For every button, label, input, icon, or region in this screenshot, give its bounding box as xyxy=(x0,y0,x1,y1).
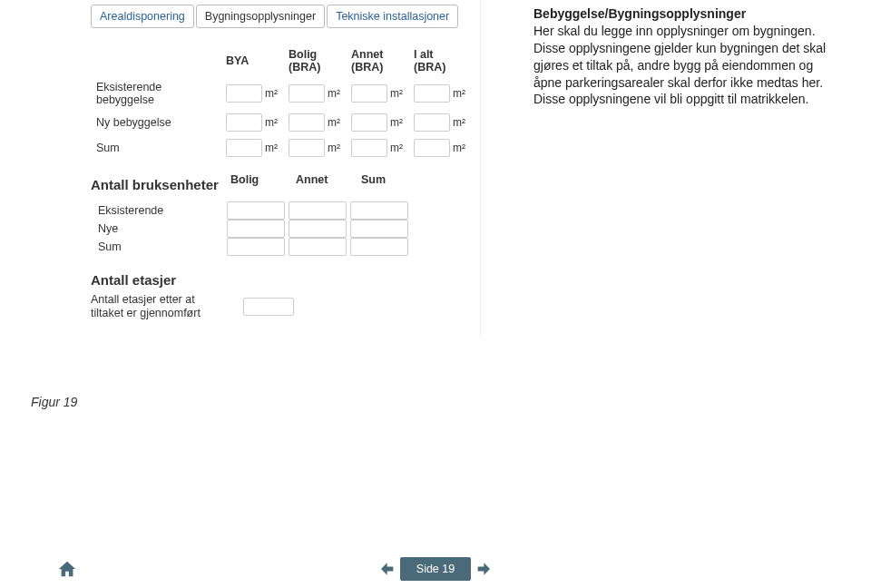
next-page-button[interactable] xyxy=(471,555,500,583)
bruks-col-bolig: Bolig xyxy=(230,173,292,186)
info-body: Her skal du legge inn opplysninger om by… xyxy=(533,23,842,108)
unit-label: m² xyxy=(453,87,465,100)
unit-label: m² xyxy=(265,87,278,100)
bruks-input[interactable] xyxy=(227,238,285,256)
areal-input[interactable] xyxy=(226,113,262,132)
areal-input[interactable] xyxy=(414,139,450,157)
table-row: Nye xyxy=(91,220,471,238)
footer-nav: Side 19 xyxy=(0,555,871,583)
areal-col-bya: BYA xyxy=(220,44,283,77)
bruks-row-label: Eksisterende xyxy=(91,201,227,220)
areal-input[interactable] xyxy=(226,139,262,157)
areal-input[interactable] xyxy=(289,139,325,157)
areal-input[interactable] xyxy=(351,139,387,157)
prev-page-button[interactable] xyxy=(371,555,400,583)
tab-tekniske-installasjoner[interactable]: Tekniske installasjoner xyxy=(327,5,458,28)
bruksenheter-title: Antall bruksenheter xyxy=(91,177,227,192)
bruks-col-annet: Annet xyxy=(296,173,357,186)
bruks-input[interactable] xyxy=(350,201,408,220)
unit-label: m² xyxy=(265,116,278,129)
unit-label: m² xyxy=(390,142,403,154)
areal-input[interactable] xyxy=(351,84,387,103)
bruks-row-label: Nye xyxy=(91,220,227,238)
areal-row-label: Ny bebyggelse xyxy=(91,110,220,135)
etasjer-label: Antall etasjer etter at tiltaket er gjen… xyxy=(91,293,227,320)
info-title: Bebyggelse/Bygningsopplysninger xyxy=(533,5,842,23)
table-row: Eksisterende xyxy=(91,201,471,220)
unit-label: m² xyxy=(390,87,403,100)
areal-input[interactable] xyxy=(289,113,325,132)
bruks-col-sum: Sum xyxy=(361,173,423,186)
areal-row-label: Sum xyxy=(91,135,220,161)
form-panel: Arealdisponering Bygningsopplysninger Te… xyxy=(82,0,481,338)
table-row: Ny bebyggelse m² m² m² m² xyxy=(91,110,471,135)
tab-arealdisponering[interactable]: Arealdisponering xyxy=(91,5,194,28)
etasjer-row: Antall etasjer etter at tiltaket er gjen… xyxy=(91,293,471,320)
bruks-input[interactable] xyxy=(289,238,347,256)
bruks-input[interactable] xyxy=(289,220,347,238)
figure-caption: Figur 19 xyxy=(31,395,77,409)
bruks-input[interactable] xyxy=(227,201,285,220)
etasjer-title: Antall etasjer xyxy=(91,272,471,288)
unit-label: m² xyxy=(390,116,403,129)
areal-col-annet-bra: Annet (BRA) xyxy=(346,44,408,77)
bruks-row-label: Sum xyxy=(91,238,227,256)
unit-label: m² xyxy=(265,142,278,154)
info-panel: Bebyggelse/Bygningsopplysninger Her skal… xyxy=(533,5,842,108)
unit-label: m² xyxy=(328,142,340,154)
tab-bygningsopplysninger[interactable]: Bygningsopplysninger xyxy=(196,5,325,28)
unit-label: m² xyxy=(328,87,340,100)
areal-input[interactable] xyxy=(289,84,325,103)
areal-input[interactable] xyxy=(414,84,450,103)
bruks-input[interactable] xyxy=(350,220,408,238)
arrow-right-icon xyxy=(476,560,494,578)
unit-label: m² xyxy=(453,142,465,154)
unit-label: m² xyxy=(453,116,465,129)
areal-input[interactable] xyxy=(351,113,387,132)
bruks-input[interactable] xyxy=(289,201,347,220)
areal-input[interactable] xyxy=(414,113,450,132)
table-row: Eksisterende bebyggelse m² m² m² m² xyxy=(91,77,471,110)
table-row: Sum m² m² m² m² xyxy=(91,135,471,161)
tab-bar: Arealdisponering Bygningsopplysninger Te… xyxy=(91,5,471,28)
areal-input[interactable] xyxy=(226,84,262,103)
areal-col-0 xyxy=(91,44,220,77)
arrow-left-icon xyxy=(377,560,395,578)
areal-col-bolig-bra: Bolig (BRA) xyxy=(283,44,346,77)
table-row: Sum xyxy=(91,238,471,256)
bruks-input[interactable] xyxy=(350,238,408,256)
areal-row-label: Eksisterende bebyggelse xyxy=(91,77,220,110)
unit-label: m² xyxy=(328,116,340,129)
areal-col-ialt-bra: I alt (BRA) xyxy=(408,44,471,77)
bruks-input[interactable] xyxy=(227,220,285,238)
etasjer-input[interactable] xyxy=(243,298,294,316)
areal-table: BYA Bolig (BRA) Annet (BRA) I alt (BRA) … xyxy=(91,44,471,161)
page-number-badge: Side 19 xyxy=(400,557,471,581)
